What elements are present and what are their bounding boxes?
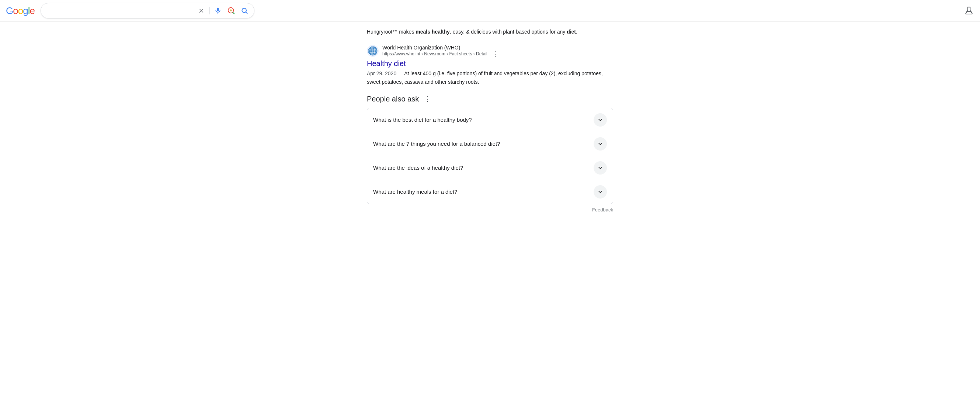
paa-row-3[interactable]: What are the ideas of a healthy diet? (367, 156, 613, 180)
search-icons (196, 6, 250, 16)
feedback-row: Feedback (367, 204, 613, 216)
image-search-button[interactable] (226, 6, 236, 16)
voice-search-button[interactable] (213, 6, 223, 16)
search-bar: healthy diet (41, 3, 255, 18)
search-icon (241, 7, 248, 14)
result-snippet: Apr 29, 2020 — At least 400 g (i.e. five… (367, 69, 613, 86)
people-also-ask-section: People also ask ⋮ What is the best diet … (367, 95, 613, 216)
who-logo (367, 45, 379, 57)
paa-question-4: What are healthy meals for a diet? (373, 189, 457, 195)
paa-question-3: What are the ideas of a healthy diet? (373, 165, 463, 171)
flask-icon[interactable] (964, 6, 974, 16)
clear-icon (198, 7, 205, 14)
result-title-link[interactable]: Healthy diet (367, 59, 613, 68)
paa-question-2: What are the 7 things you need for a bal… (373, 141, 500, 147)
result-dash: — (398, 70, 404, 77)
google-logo[interactable]: Google (6, 5, 35, 17)
lens-icon (227, 6, 235, 15)
svg-point-6 (230, 9, 232, 11)
paa-header: People also ask ⋮ (367, 95, 613, 103)
header-right (964, 6, 974, 16)
mic-icon (214, 7, 221, 14)
result-source: World Health Organization (WHO) https://… (367, 45, 613, 57)
feedback-link[interactable]: Feedback (592, 207, 613, 213)
paa-row-1[interactable]: What is the best diet for a healthy body… (367, 108, 613, 132)
header: Google healthy diet (0, 0, 980, 22)
source-info: World Health Organization (WHO) https://… (382, 45, 500, 57)
paa-row-4[interactable]: What are healthy meals for a diet? (367, 180, 613, 204)
source-url: https://www.who.int › Newsroom › Fact sh… (382, 51, 500, 57)
main-content: Hungryroot™ makes meals healthy, easy, &… (361, 22, 619, 216)
source-name: World Health Organization (WHO) (382, 45, 500, 51)
search-divider (209, 7, 210, 14)
paa-chevron-4 (593, 185, 607, 198)
paa-title: People also ask (367, 95, 419, 103)
svg-line-5 (233, 13, 234, 14)
svg-rect-2 (217, 8, 219, 11)
paa-chevron-3 (593, 161, 607, 174)
paa-chevron-1 (593, 113, 607, 126)
clear-button[interactable] (196, 6, 207, 16)
paa-chevron-2 (593, 137, 607, 150)
result-date: Apr 29, 2020 (367, 70, 396, 77)
search-input[interactable]: healthy diet (45, 7, 193, 14)
google-search-button[interactable] (239, 6, 250, 16)
svg-line-8 (246, 12, 247, 14)
result-more-button[interactable]: ⋮ (490, 51, 500, 57)
who-result: World Health Organization (WHO) https://… (367, 45, 613, 86)
paa-more-button[interactable]: ⋮ (423, 96, 432, 102)
paa-row-2[interactable]: What are the 7 things you need for a bal… (367, 132, 613, 156)
paa-question-1: What is the best diet for a healthy body… (373, 117, 472, 123)
promo-text: Hungryroot™ makes meals healthy, easy, &… (367, 28, 613, 36)
paa-container: What is the best diet for a healthy body… (367, 108, 613, 204)
